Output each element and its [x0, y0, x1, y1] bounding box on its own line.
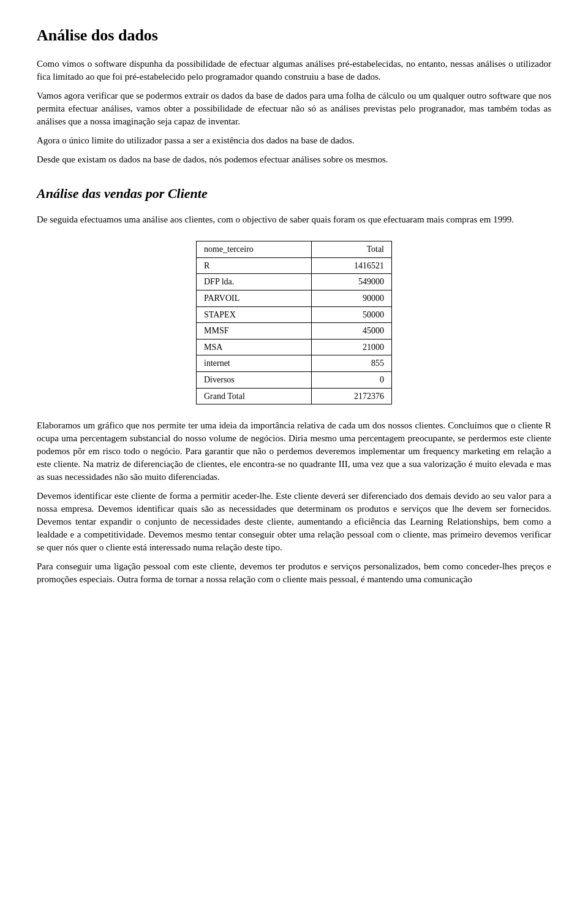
table-row: DFP lda.549000	[197, 274, 392, 290]
table-row: Diversos0	[197, 371, 392, 388]
analysis-paragraph-3: Para conseguir uma ligação pessoal com e…	[37, 560, 551, 586]
table-cell-value: 45000	[311, 323, 391, 340]
table-cell-name: MSA	[197, 339, 312, 355]
section2-title: Análise das vendas por Cliente	[37, 184, 551, 203]
table-cell-name: MMSF	[197, 323, 312, 340]
intro-paragraph-3: Agora o único limite do utilizador passa…	[37, 134, 551, 147]
table-cell-name: R	[197, 257, 312, 274]
table-cell-name: DFP lda.	[197, 274, 312, 290]
table-row: Grand Total2172376	[197, 388, 392, 404]
table-cell-value: 21000	[311, 339, 391, 355]
table-cell-value: 855	[311, 355, 391, 372]
col2-header: Total	[311, 241, 391, 258]
analysis-paragraph-2: Devemos identificar este cliente de form…	[37, 490, 551, 554]
analysis-paragraph-1: Elaboramos um gráfico que nos permite te…	[37, 419, 551, 484]
intro-paragraph-1: Como vimos o software dispunha da possib…	[37, 58, 551, 83]
table-cell-name: Diversos	[197, 371, 312, 388]
table-cell-name: internet	[197, 355, 312, 372]
table-cell-value: 549000	[311, 274, 391, 290]
table-cell-value: 50000	[311, 306, 391, 323]
table-cell-value: 1416521	[311, 257, 391, 274]
col1-header: nome_terceiro	[197, 241, 312, 258]
table-row: MSA21000	[197, 339, 392, 355]
table-cell-name: Grand Total	[197, 388, 312, 404]
table-row: PARVOIL90000	[197, 290, 392, 306]
table-header-row: nome_terceiroTotal	[197, 241, 392, 258]
sales-table-wrapper: nome_terceiroTotalR1416521DFP lda.549000…	[37, 241, 551, 404]
table-row: STAPEX50000	[197, 306, 392, 323]
table-cell-value: 2172376	[311, 388, 391, 404]
page-title: Análise dos dados	[37, 25, 551, 47]
table-row: MMSF45000	[197, 323, 392, 340]
section2-intro: De seguida efectuamos uma análise aos cl…	[37, 213, 551, 226]
table-cell-name: PARVOIL	[197, 290, 312, 306]
sales-table: nome_terceiroTotalR1416521DFP lda.549000…	[196, 241, 392, 404]
table-cell-value: 0	[311, 371, 391, 388]
table-cell-value: 90000	[311, 290, 391, 306]
intro-paragraph-4: Desde que existam os dados na base de da…	[37, 153, 551, 166]
intro-paragraph-2: Vamos agora verificar que se podermos ex…	[37, 89, 551, 128]
table-cell-name: STAPEX	[197, 306, 312, 323]
table-row: R1416521	[197, 257, 392, 274]
table-row: internet855	[197, 355, 392, 372]
